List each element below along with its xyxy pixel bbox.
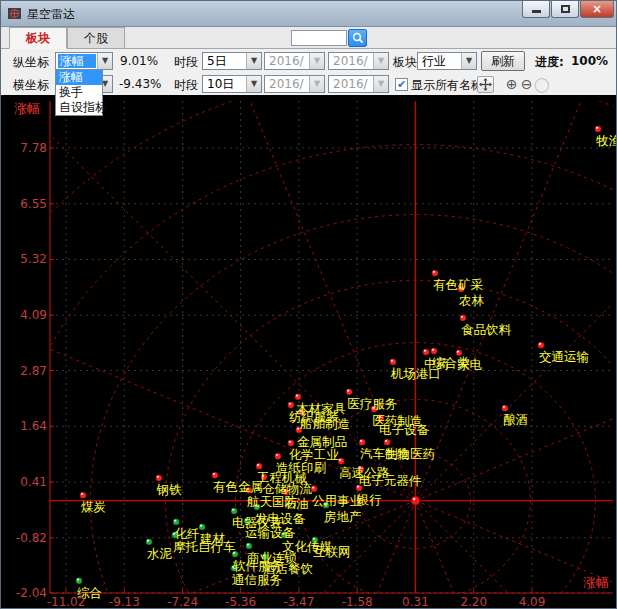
date-to-2[interactable]: 2016/ 5/16 ▼ — [328, 75, 389, 93]
x-tick-label: -7.24 — [167, 595, 198, 609]
sector-label: 机场港口 — [390, 366, 441, 381]
refresh-button[interactable]: 刷新 — [481, 51, 525, 71]
y-axis-combo[interactable]: 涨幅 ▼ — [55, 52, 113, 70]
sector-dot[interactable] — [295, 394, 301, 400]
sector-dot[interactable] — [502, 405, 508, 411]
sector-dot[interactable] — [80, 492, 86, 498]
sector-dot[interactable] — [156, 475, 162, 481]
chevron-down-icon: ▼ — [309, 53, 324, 69]
titlebar[interactable]: 星空雷达 × — [1, 1, 617, 27]
sector-dot[interactable] — [390, 359, 396, 365]
pan-icon — [479, 78, 492, 91]
sector-label: 交通运输 — [539, 349, 589, 364]
tab-sectors[interactable]: 板块 — [9, 27, 67, 49]
sector-dot[interactable] — [346, 389, 352, 395]
sector-dot[interactable] — [146, 539, 152, 545]
sector-dot[interactable] — [173, 519, 179, 525]
x-tick-label: 2.20 — [460, 595, 487, 609]
sector-dot[interactable] — [431, 348, 437, 354]
sector-label: 房地产 — [324, 509, 362, 524]
sector-label: 有色金属 — [213, 479, 263, 494]
period-combo-1[interactable]: 5日 ▼ — [202, 52, 262, 70]
maximize-button[interactable] — [551, 1, 579, 18]
y-tick-label: 4.09 — [20, 308, 47, 322]
zoom-reset-button[interactable]: ◯ — [534, 76, 549, 92]
sector-label: 互联网 — [313, 544, 351, 559]
sector-dot[interactable] — [432, 270, 438, 276]
date-from-1[interactable]: 2016/ 5/16 ▼ — [264, 52, 325, 70]
sector-dot[interactable] — [231, 508, 237, 514]
sector-dot[interactable] — [256, 463, 262, 469]
pan-button[interactable] — [477, 76, 494, 93]
sector-type-label: 板块 — [393, 54, 417, 71]
chevron-down-icon: ▼ — [373, 53, 388, 69]
y-tick-label: 0.41 — [20, 475, 47, 489]
x-tick-label: -5.36 — [225, 595, 256, 609]
sector-dot[interactable] — [246, 543, 252, 549]
sector-label: 船舶制造 — [299, 416, 350, 431]
sector-dot[interactable] — [275, 453, 281, 459]
sector-dot[interactable] — [288, 440, 294, 446]
sector-dot[interactable] — [199, 524, 205, 530]
y-tick-label: 6.55 — [20, 197, 47, 211]
sector-label: 电子设备 — [379, 422, 430, 437]
date-from-2[interactable]: 2016/ 5/16 ▼ — [264, 75, 325, 93]
sector-dot[interactable] — [384, 439, 390, 445]
period-combo-2[interactable]: 10日 ▼ — [202, 75, 262, 93]
sector-label: 农林 — [459, 293, 485, 308]
y-axis-dropdown-list: 涨幅 换手 自设指标 — [55, 69, 103, 116]
sector-dot[interactable] — [212, 472, 218, 478]
y-tick-label: -0.82 — [16, 531, 47, 545]
y-axis-percent: 9.01% — [120, 54, 158, 68]
chevron-down-icon: ▼ — [246, 53, 261, 69]
chevron-down-icon: ▼ — [461, 53, 476, 69]
chevron-down-icon: ▼ — [97, 53, 112, 69]
x-tick-label: -9.13 — [109, 595, 140, 609]
x-axis-label: 横坐标 — [13, 77, 49, 94]
show-all-names-checkbox[interactable]: ✔ — [395, 78, 408, 91]
x-axis-percent: -9.43% — [119, 77, 161, 91]
sector-dot[interactable] — [288, 402, 294, 408]
sector-label: 有色矿采 — [433, 277, 484, 292]
search-input[interactable] — [291, 30, 347, 46]
y-tick-label: -2.04 — [16, 586, 47, 600]
sector-label: 电子元器件 — [359, 473, 422, 488]
sector-type-combo[interactable]: 行业 ▼ — [417, 52, 477, 70]
sector-dot[interactable] — [76, 578, 82, 584]
sector-dot[interactable] — [338, 458, 344, 464]
zoom-in-button[interactable]: ⊕ — [504, 76, 519, 92]
y-tick-label: 2.87 — [20, 364, 47, 378]
dropdown-item-turnover[interactable]: 换手 — [56, 85, 102, 100]
dropdown-item-custom[interactable]: 自设指标 — [56, 100, 102, 115]
sector-dot[interactable] — [460, 315, 466, 321]
maximize-icon — [561, 5, 570, 13]
sector-label: 煤炭 — [81, 499, 106, 514]
sector-label: 运输设备 — [245, 525, 296, 540]
x-tick-label: 0.31 — [402, 595, 429, 609]
sector-dot[interactable] — [359, 439, 365, 445]
x-axis-title: 涨幅 — [583, 575, 609, 590]
zoom-out-button[interactable]: ⊖ — [519, 76, 534, 92]
date-to-1[interactable]: 2016/ 5/16 ▼ — [328, 52, 389, 70]
chevron-down-icon: ▼ — [246, 76, 261, 92]
close-button[interactable]: × — [580, 1, 614, 18]
radar-chart-canvas: 牧渔有色矿采农林食品饮料交通运输中药综合类家电机场港口酿酒医疗服务木材家具纺织服… — [1, 95, 617, 609]
close-icon: × — [592, 2, 602, 16]
sector-dot[interactable] — [538, 342, 544, 348]
sector-dot[interactable] — [595, 126, 601, 132]
chevron-down-icon: ▼ — [309, 76, 324, 92]
radar-chart[interactable]: 牧渔有色矿采农林食品饮料交通运输中药综合类家电机场港口酿酒医疗服务木材家具纺织服… — [1, 95, 617, 609]
y-axis-label: 纵坐标 — [13, 54, 49, 71]
sector-label: 家电 — [457, 357, 483, 372]
tab-bar: 板块 个股 — [1, 27, 617, 49]
y-tick-label: 7.78 — [20, 141, 47, 155]
window-title: 星空雷达 — [27, 6, 75, 23]
tab-stocks[interactable]: 个股 — [67, 27, 125, 49]
minimize-button[interactable] — [522, 1, 550, 18]
sector-dot[interactable] — [423, 349, 429, 355]
sector-label: 酿酒 — [503, 412, 528, 427]
x-tick-label: -1.58 — [342, 595, 373, 609]
search-button[interactable] — [348, 29, 367, 47]
dropdown-item-change[interactable]: 涨幅 — [56, 70, 102, 85]
sector-label: 医疗服务 — [347, 396, 397, 411]
